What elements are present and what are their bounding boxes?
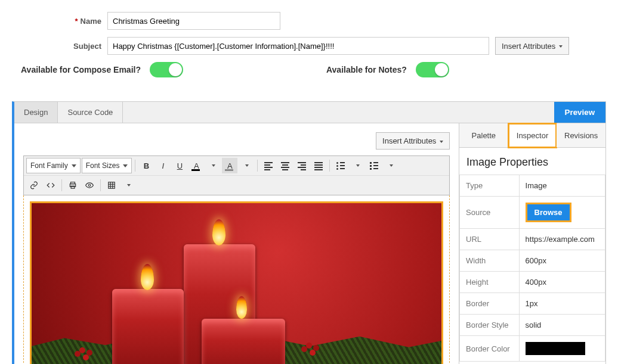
link-icon — [30, 181, 38, 189]
underline-button[interactable]: U — [172, 158, 187, 173]
rich-text-toolbar: Font Family Font Sizes B I U A A — [23, 155, 450, 195]
prop-width-value[interactable]: 600px — [519, 250, 605, 272]
browse-button[interactable]: Browse — [527, 204, 570, 220]
chevron-down-icon — [356, 164, 360, 167]
preview-eye-button[interactable] — [82, 178, 97, 193]
chevron-down-icon — [390, 164, 393, 167]
editor-tabbar: Design Source Code Preview — [14, 102, 605, 123]
notes-toggle-label: Available for Notes? — [326, 65, 407, 74]
svg-rect-4 — [109, 182, 115, 189]
name-label: *Name — [0, 17, 107, 26]
align-justify-button[interactable] — [311, 158, 326, 173]
align-left-button[interactable] — [261, 158, 276, 173]
font-size-select[interactable]: Font Sizes — [82, 158, 132, 173]
tab-revisions[interactable]: Revisions — [557, 123, 605, 147]
properties-panel: Palette Inspector Revisions Image Proper… — [459, 123, 605, 364]
prop-width-label: Width — [460, 250, 520, 272]
prop-url-label: URL — [460, 229, 520, 250]
preview-button[interactable]: Preview — [554, 102, 605, 123]
insert-attributes-canvas-button[interactable]: Insert Attributes — [376, 132, 450, 150]
table-menu[interactable] — [120, 178, 136, 193]
bg-color-button[interactable]: A — [222, 158, 237, 173]
text-color-button[interactable]: A — [189, 158, 204, 173]
eye-icon — [85, 181, 94, 189]
editor-canvas[interactable] — [23, 195, 450, 364]
bg-color-menu[interactable] — [239, 158, 254, 173]
chevron-down-icon — [559, 45, 563, 48]
chevron-down-icon — [212, 164, 215, 167]
prop-source-label: Source — [460, 197, 520, 229]
bullet-list-button[interactable] — [333, 158, 348, 173]
numbered-list-menu[interactable] — [383, 158, 398, 173]
svg-point-3 — [88, 184, 91, 186]
code-button[interactable] — [43, 178, 58, 193]
prop-border-label: Border — [460, 293, 520, 315]
properties-title: Image Properties — [459, 148, 605, 175]
subject-label: Subject — [0, 42, 107, 51]
print-button[interactable] — [65, 178, 81, 193]
text-color-menu[interactable] — [205, 158, 221, 173]
chevron-down-icon — [245, 164, 249, 167]
bold-button[interactable]: B — [138, 158, 154, 173]
numbered-list-button[interactable] — [366, 158, 382, 173]
properties-table: TypeImage SourceBrowse URLhttps://exampl… — [459, 175, 605, 362]
editor-canvas-column: Insert Attributes Font Family Font Sizes… — [14, 123, 459, 364]
table-icon — [107, 181, 116, 189]
tab-design[interactable]: Design — [14, 102, 58, 123]
align-right-button[interactable] — [294, 158, 310, 173]
font-family-select[interactable]: Font Family — [26, 158, 81, 173]
properties-tabbar: Palette Inspector Revisions — [459, 123, 605, 148]
prop-border-value[interactable]: 1px — [519, 293, 605, 315]
subject-input[interactable] — [107, 37, 489, 55]
name-input[interactable] — [107, 12, 280, 30]
prop-height-label: Height — [460, 272, 520, 293]
compose-toggle[interactable] — [150, 62, 183, 77]
prop-url-value[interactable]: https://example.com — [519, 229, 605, 250]
editor: Design Source Code Preview Insert Attrib… — [12, 101, 606, 364]
template-form: *Name Subject Insert Attributes Availabl… — [0, 0, 618, 86]
align-center-button[interactable] — [277, 158, 293, 173]
prop-border-style-value[interactable]: solid — [519, 315, 605, 336]
prop-type-value: Image — [519, 175, 605, 197]
chevron-down-icon — [123, 164, 128, 167]
table-button[interactable] — [104, 178, 119, 193]
prop-border-style-label: Border Style — [460, 315, 520, 336]
prop-border-color-label: Border Color — [460, 336, 520, 362]
tab-source-code[interactable]: Source Code — [58, 102, 123, 123]
chevron-down-icon — [127, 184, 131, 186]
print-icon — [69, 181, 77, 189]
insert-attributes-button[interactable]: Insert Attributes — [495, 37, 569, 55]
prop-type-label: Type — [460, 175, 520, 197]
tab-inspector[interactable]: Inspector — [508, 123, 557, 148]
link-button[interactable] — [26, 178, 42, 193]
border-color-swatch[interactable] — [526, 342, 585, 355]
compose-toggle-label: Available for Compose Email? — [21, 65, 141, 74]
selected-image[interactable] — [30, 201, 443, 364]
prop-height-value[interactable]: 400px — [519, 272, 605, 293]
code-icon — [47, 181, 55, 189]
tab-palette[interactable]: Palette — [459, 123, 508, 147]
bullet-list-menu[interactable] — [350, 158, 365, 173]
notes-toggle[interactable] — [416, 62, 449, 77]
italic-button[interactable]: I — [155, 158, 171, 173]
chevron-down-icon — [72, 164, 76, 167]
chevron-down-icon — [440, 141, 443, 143]
